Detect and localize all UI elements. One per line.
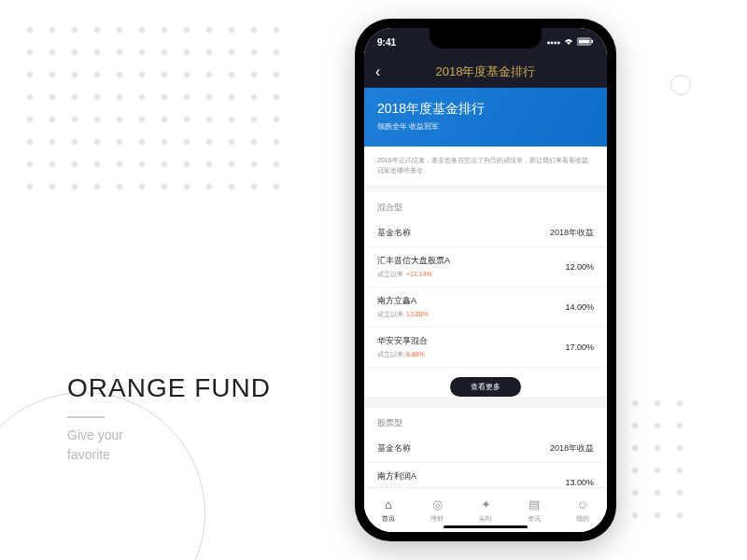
fund-return: 17.00% <box>565 343 594 352</box>
hero-banner: 2018年度基金排行 领跑全年 收益冠军 <box>364 88 607 147</box>
tab-label: 理财 <box>430 514 444 524</box>
home-indicator <box>444 525 528 528</box>
fund-since: 成立以来8.88% <box>377 350 428 359</box>
finance-icon: ◎ <box>430 497 444 512</box>
content-scroll[interactable]: 2018年度基金排行 领跑全年 收益冠军 2018年正式结束，基金也各自交出了自… <box>364 88 607 487</box>
svg-rect-1 <box>579 39 590 43</box>
banner-subtitle: 领跑全年 收益冠军 <box>377 121 594 132</box>
col-name: 基金名称 <box>377 442 411 455</box>
page-subtitle: Give your favorite <box>67 426 271 465</box>
signal-icon: ▪▪▪▪ <box>547 37 560 48</box>
user-icon: ☺ <box>575 497 590 512</box>
status-time: 9:41 <box>377 37 396 48</box>
tab-label: 首页 <box>382 514 395 524</box>
fund-row[interactable]: 华安安享混合 成立以来8.88% 17.00% <box>364 328 607 368</box>
news-icon: ▤ <box>527 497 542 512</box>
nav-title: 2018年度基金排行 <box>436 63 536 80</box>
tab-label: 资讯 <box>528 514 541 524</box>
tab-home[interactable]: ⌂ 首页 <box>364 488 413 532</box>
fund-return: 12.00% <box>565 262 594 272</box>
title-rule <box>67 416 105 418</box>
fund-return: 14.00% <box>565 302 594 312</box>
fund-since: 成立以来13.00% <box>377 310 429 319</box>
phone-notch <box>430 28 542 49</box>
table-header: 基金名称 2018年收益 <box>364 219 607 247</box>
decorative-dots-top <box>19 19 280 205</box>
description-text: 2018年正式结束，基金也各自交出了自己的成绩单，那让我们来看看收益冠军是哪些基… <box>364 147 607 185</box>
section-stock: 股票型 基金名称 2018年收益 南方利润A 成立以来12.00% 13.00%… <box>364 408 607 487</box>
fund-name: 华安安享混合 <box>377 335 428 347</box>
page-title-block: ORANGE FUND Give your favorite <box>67 373 271 465</box>
view-more-button[interactable]: 查看更多 <box>450 377 521 397</box>
phone-screen: 9:41 ▪▪▪▪ ‹ 2018年度基金排行 2018年度基金排行 领跑全年 收… <box>364 28 607 532</box>
phone-frame: 9:41 ▪▪▪▪ ‹ 2018年度基金排行 2018年度基金排行 领跑全年 收… <box>355 19 616 541</box>
fund-name: 南方利润A <box>377 470 429 483</box>
battery-icon <box>577 37 594 48</box>
section-title: 混合型 <box>364 192 607 219</box>
fund-row[interactable]: 汇丰晋信大盘股票A 成立以来+11.14% 12.00% <box>364 247 607 287</box>
fund-row[interactable]: 南方立鑫A 成立以来13.00% 14.00% <box>364 287 607 328</box>
nav-bar: ‹ 2018年度基金排行 <box>364 56 607 88</box>
realtime-icon: ✦ <box>478 497 493 512</box>
wifi-icon <box>563 37 574 48</box>
col-name: 基金名称 <box>377 227 411 239</box>
tab-label: 我的 <box>576 514 589 524</box>
back-button[interactable]: ‹ <box>375 63 380 80</box>
fund-name: 南方立鑫A <box>377 295 429 307</box>
tab-bar: ⌂ 首页 ◎ 理财 ✦ 实时 ▤ 资讯 ☺ 我的 <box>364 487 607 532</box>
description-card: 2018年正式结束，基金也各自交出了自己的成绩单，那让我们来看看收益冠军是哪些基… <box>364 147 607 185</box>
section-title: 股票型 <box>364 408 607 435</box>
svg-rect-2 <box>592 40 594 43</box>
fund-row[interactable]: 南方利润A 成立以来12.00% 13.00% <box>364 463 607 487</box>
fund-name: 汇丰晋信大盘股票A <box>377 255 450 267</box>
decorative-ring-small <box>670 75 691 95</box>
tab-label: 实时 <box>479 514 492 524</box>
table-header: 基金名称 2018年收益 <box>364 435 607 463</box>
fund-since: 成立以来+11.14% <box>377 270 450 279</box>
banner-title: 2018年度基金排行 <box>377 101 594 118</box>
section-mixed: 混合型 基金名称 2018年收益 汇丰晋信大盘股票A 成立以来+11.14% 1… <box>364 192 607 397</box>
tab-mine[interactable]: ☺ 我的 <box>558 488 607 532</box>
page-title: ORANGE FUND <box>67 373 271 403</box>
col-return: 2018年收益 <box>550 442 594 455</box>
col-return: 2018年收益 <box>550 227 594 239</box>
fund-return: 13.00% <box>565 478 594 487</box>
home-icon: ⌂ <box>381 497 396 512</box>
